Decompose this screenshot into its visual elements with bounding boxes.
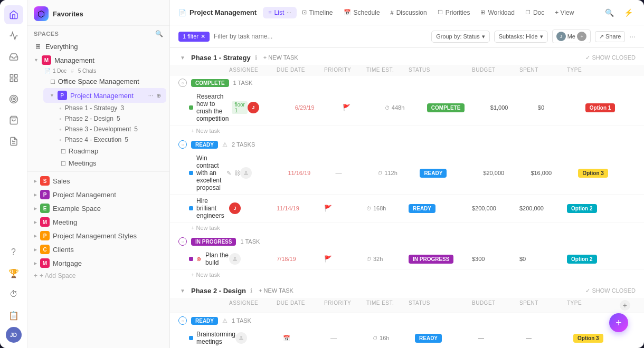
complete-new-task[interactable]: + New task: [170, 125, 644, 136]
pulse-icon[interactable]: [4, 26, 23, 45]
user-avatar-left[interactable]: JD: [6, 327, 22, 343]
tab-discussion[interactable]: # Discussion: [385, 7, 432, 18]
pm-triangle: ▼: [50, 93, 54, 98]
phase2-item[interactable]: ● Phase 2 - Design 5: [40, 113, 169, 124]
pm-actions: ··· ⊕: [147, 91, 162, 100]
subtasks-btn[interactable]: Subtasks: Hide ▾: [494, 31, 548, 43]
filter-input[interactable]: [214, 33, 427, 40]
project-management-row[interactable]: ▼ P Project Management ··· ⊕: [43, 88, 166, 103]
tab-timeline[interactable]: ⊡ Timeline: [297, 7, 338, 18]
phase1-item[interactable]: ● Phase 1 - Strategy 3: [40, 103, 169, 113]
trophy-icon[interactable]: 🏆: [4, 264, 23, 283]
tab-doc[interactable]: ☐ Doc: [520, 7, 550, 18]
sidebar-item-office[interactable]: □ Office Space Management: [40, 75, 169, 88]
meetings-item[interactable]: □ Meetings: [40, 157, 169, 169]
dashboard-icon[interactable]: [4, 69, 23, 88]
meeting-space[interactable]: ▶ M Meeting: [27, 215, 169, 229]
type-chip: Option 3: [578, 169, 608, 178]
table-row[interactable]: ⊗ Plan the build 7/18/19 🚩 ⏱ 32h: [170, 249, 644, 269]
phase2-collapse[interactable]: ▼: [178, 286, 187, 295]
col-add2: +: [620, 300, 636, 311]
pm-styles-space[interactable]: ▶ P Project Management Styles: [27, 229, 169, 243]
complete-group-header[interactable]: ○ COMPLETE 1 TASK: [170, 75, 644, 90]
management-header[interactable]: ▼ M Management: [27, 53, 169, 67]
pm-add-btn[interactable]: ⊕: [155, 91, 162, 100]
bag-icon[interactable]: [4, 111, 23, 130]
mortgage-label: Mortgage: [53, 259, 82, 267]
ready-collapse[interactable]: ○: [178, 140, 187, 149]
tab-priorities[interactable]: ☐ Priorities: [432, 7, 476, 18]
phase1-show-closed[interactable]: ✓ SHOW CLOSED: [585, 54, 636, 61]
help-icon[interactable]: ?: [4, 243, 23, 262]
clients-space[interactable]: ▶ C Clients: [27, 243, 169, 256]
proj-mgmt-space[interactable]: ▶ P Project Management: [27, 188, 169, 201]
sales-space[interactable]: ▶ S Sales: [27, 174, 169, 188]
inbox-icon[interactable]: [4, 47, 23, 66]
timeline-icon: ⊡: [302, 9, 307, 16]
tab-add-view[interactable]: + View: [550, 7, 579, 18]
due-date-cell-empty: 📅: [283, 335, 330, 342]
phase1-new-task[interactable]: + NEW TASK: [263, 54, 298, 61]
tab-schedule[interactable]: 📅 Schedule: [338, 7, 385, 18]
ready-new-task[interactable]: + New task: [170, 223, 644, 233]
phase1-dot: ●: [59, 106, 62, 111]
due-date-cell: 11/14/19: [277, 205, 324, 211]
sidebar-item-everything[interactable]: ⊞ Everything: [27, 40, 169, 53]
mortgage-space[interactable]: ▶ M Mortgage: [27, 256, 169, 270]
pm2-label: Project Management: [53, 191, 116, 199]
goals-icon[interactable]: [4, 90, 23, 109]
inprogress-group-header[interactable]: ○ IN PROGRESS 1 TASK: [170, 234, 644, 249]
tab-list[interactable]: ≡ List ···: [263, 7, 296, 18]
phase2-show-closed[interactable]: ✓ SHOW CLOSED: [585, 287, 636, 294]
ready-group-header[interactable]: ○ READY ⚠ 2 TASKS: [170, 137, 644, 152]
phase3-item[interactable]: ● Phase 3 - Development 5: [40, 124, 169, 134]
more-btn[interactable]: ···: [629, 32, 636, 41]
search-icon[interactable]: 🔍: [602, 5, 617, 20]
fab-button[interactable]: +: [609, 313, 628, 332]
meetings-label: Meetings: [69, 159, 97, 167]
phase1-info: ℹ: [255, 54, 257, 61]
ready-group-header-p2[interactable]: ○ READY ⚠ 1 TASK: [170, 313, 644, 328]
group-by-btn[interactable]: Group by: Status ▾: [431, 31, 490, 43]
pm-more-btn[interactable]: ···: [147, 91, 154, 100]
inprogress-collapse[interactable]: ○: [178, 237, 187, 246]
folder-icon: □: [61, 159, 65, 167]
complete-collapse[interactable]: ○: [178, 79, 187, 87]
table-row[interactable]: Win contract with an excellent proposal …: [170, 152, 644, 195]
inprogress-new-task[interactable]: + New task: [170, 269, 644, 280]
list-more[interactable]: ···: [287, 9, 291, 15]
docs-icon[interactable]: [4, 132, 23, 151]
tab-workload[interactable]: ⊞ Workload: [475, 7, 519, 18]
phase2-dot: ●: [59, 117, 62, 121]
phase4-item[interactable]: ● Phase 4 - Execution 5: [40, 134, 169, 145]
table-row[interactable]: Brainstorming meetings 📅 — ⏱: [170, 328, 644, 348]
spaces-search-icon[interactable]: 🔍: [155, 30, 163, 37]
status-chip: IN PROGRESS: [409, 255, 453, 264]
inprogress-task-count: 1 TASK: [240, 238, 260, 245]
table-row[interactable]: Research how to crush the competition fl…: [170, 90, 644, 125]
phase2-new-task[interactable]: + NEW TASK: [259, 287, 293, 294]
ready-collapse-p2[interactable]: ○: [178, 316, 187, 325]
home-icon[interactable]: [4, 5, 23, 24]
add-space-btn[interactable]: + + Add Space: [27, 270, 169, 282]
filter-badge[interactable]: 1 filter ✕: [178, 32, 210, 42]
type-cell: Option 1: [585, 103, 638, 112]
me-btn[interactable]: J Me +: [552, 30, 591, 43]
sales-badge: S: [40, 176, 50, 186]
sidebar-inner: Spaces 🔍 ⊞ Everything ▼ M Management 📄 1…: [27, 26, 169, 348]
filter-close-icon[interactable]: ✕: [201, 33, 205, 40]
status-cell: READY: [420, 169, 483, 178]
time-icon[interactable]: ⏱: [4, 285, 23, 304]
app-logo[interactable]: ⬡: [34, 6, 49, 21]
roadmap-item[interactable]: □ Roadmap: [40, 145, 169, 157]
example-space[interactable]: ▶ E Example Space: [27, 201, 169, 215]
table-row[interactable]: Hire brilliant engineers J 11/14/19 🚩 ⏱ …: [170, 195, 644, 223]
lightning-icon[interactable]: ⚡: [621, 5, 636, 20]
status-chip: COMPLETE: [427, 103, 465, 112]
status-cell: READY: [409, 204, 472, 213]
share-btn[interactable]: ↗ Share: [595, 31, 625, 42]
phase1-collapse[interactable]: ▼: [178, 53, 187, 62]
task-name-cell: Hire brilliant engineers: [178, 197, 229, 219]
add-col-btn[interactable]: +: [620, 300, 630, 311]
notepad-icon[interactable]: 📋: [4, 306, 23, 325]
